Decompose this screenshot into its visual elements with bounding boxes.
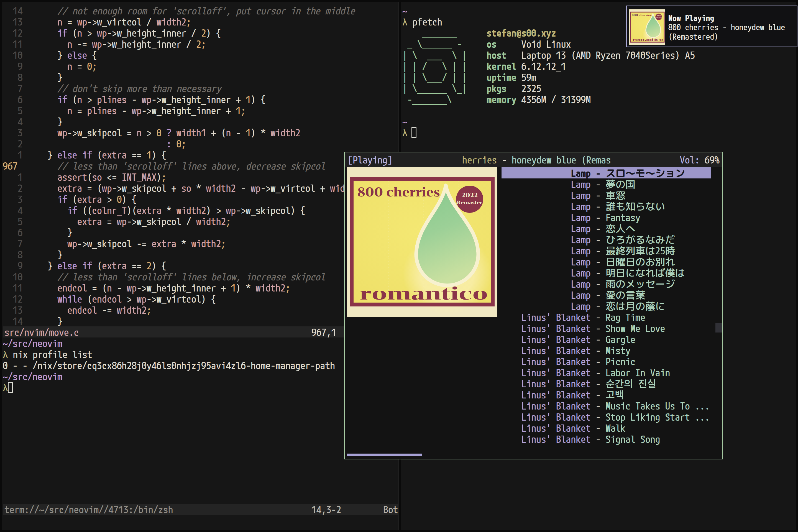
token-id: width2 [117, 304, 147, 316]
shell-line[interactable]: _ \______ - os Void Linux [402, 38, 571, 49]
code-line[interactable]: 14 } [3, 315, 62, 326]
playlist-title: 恋人へ [606, 223, 635, 234]
code-line[interactable]: 14 // not enough room for 'scrolloff', p… [3, 5, 355, 16]
playlist-row[interactable]: Linus' Blanket - Signal Song [501, 433, 711, 444]
shell-line[interactable]: ~/src/neovim [3, 371, 62, 382]
token-num: 1 [246, 126, 251, 138]
playlist-row[interactable]: Linus' Blanket - 고백 [501, 389, 711, 400]
code-line[interactable]: 4 if ((colnr_T)(extra * width2) > wp->w_… [3, 205, 305, 215]
shell-line[interactable]: | | \___/ | | uptime 59m [402, 72, 536, 82]
token-fg: > [82, 26, 97, 39]
token-fg [77, 149, 82, 161]
playlist-separator: - [591, 422, 606, 433]
player-progress-bar[interactable] [347, 454, 422, 456]
code-line[interactable]: 7 // don't skip more than necessary [3, 82, 221, 94]
playlist-row[interactable]: Lamp - 誰も知らない [501, 201, 711, 212]
code-line[interactable]: 1 } else if (extra == 1) { [3, 149, 167, 160]
code-line[interactable]: 5 n = plines - wp->w_height_inner + 1; [3, 105, 246, 116]
playlist-row[interactable]: Linus' Blanket - Labor In Vain [501, 367, 711, 378]
playlist-separator: - [591, 167, 606, 178]
code-line[interactable]: 12 if (n > wp->w_height_inner / 2) { [3, 27, 221, 38]
playlist-artist: Linus' Blanket [501, 378, 591, 389]
code-line[interactable]: 7 wp->w_skipcol -= extra * width2; [3, 238, 226, 249]
token-ln: 12 [3, 26, 28, 39]
token-fg: ->w_height_inner + [141, 104, 236, 116]
code-line[interactable]: 9 } else if (extra == 2) { [3, 260, 167, 271]
token-fg: ->w_height_inner + [152, 93, 246, 105]
terminal-window-neovim[interactable]: 14 // not enough room for 'scrolloff', p… [2, 2, 399, 530]
music-player-window[interactable]: [Playing] herries - honeydew blue (Remas… [344, 152, 723, 459]
shell-line[interactable]: λ nix profile list [3, 348, 92, 360]
code-line[interactable]: 12 while (endcol > wp->w_virtcol) { [3, 293, 216, 304]
token-mauve: ~ [402, 4, 407, 17]
code-line[interactable]: 11 endcol = (n - wp->w_height_inner + 1)… [3, 282, 290, 293]
playlist-scrollbar-thumb[interactable] [716, 323, 722, 332]
code-line[interactable]: 6 if (n > plines - wp->w_height_inner + … [3, 94, 266, 105]
playlist-row[interactable]: Lamp - 雨のメッセージ [501, 278, 711, 289]
token-greenb: memory [487, 93, 516, 105]
token-num: 0 [117, 193, 122, 205]
code-line[interactable]: 13 n = wp->w_virtcol / width2; [3, 16, 191, 27]
playlist-row[interactable]: Lamp - Fantasy [501, 212, 711, 223]
code-line[interactable]: 8 } [3, 249, 62, 260]
shell-line[interactable]: | \ ___ \ | host Laptop 13 (AMD Ryzen 70… [402, 49, 695, 60]
code-line[interactable]: 10 } else { [3, 49, 97, 60]
shell-line[interactable]: ~ [402, 116, 407, 127]
playlist-row[interactable]: Linus' Blanket - Show Me Love [501, 323, 711, 334]
playlist-row[interactable]: Lamp - 愛の言葉 [501, 289, 711, 300]
code-line[interactable]: 967 // less than 'scrolloff' lines above… [3, 160, 325, 171]
shell-line[interactable]: ~ [402, 5, 407, 16]
playlist-row[interactable]: Lamp - 夢の国 [501, 178, 711, 190]
token-greenb: uptime [487, 71, 516, 83]
token-fg: == [127, 259, 147, 271]
code-line[interactable]: 2 extra = (wp->w_skipcol + so * width2 -… [3, 182, 399, 193]
shell-line[interactable]: ~/src/neovim [3, 338, 62, 348]
token-id: wp [67, 237, 77, 249]
playlist-row-selected[interactable]: Lamp - スロ〜モ〜ション [501, 167, 711, 178]
code-line[interactable]: 10 // less than 'scrolloff' lines below,… [3, 271, 325, 282]
shell-line[interactable]: | | / \ | | kernel 6.12.12_1 [402, 60, 566, 72]
code-line[interactable]: 8 } [3, 72, 62, 82]
token-kw: : [167, 137, 172, 150]
playlist-row[interactable]: Linus' Blanket - 순간의 진실 [501, 378, 711, 389]
playlist-row[interactable]: Linus' Blanket - Music Takes Us To ... [501, 400, 711, 411]
shell-line[interactable]: λ pfetch [402, 16, 442, 27]
playlist-row[interactable]: Lamp - 最終列車は25時 [501, 245, 711, 256]
code-line[interactable]: 2 : 0; [3, 138, 186, 149]
playlist-row[interactable]: Lamp - 明日になれば僕は [501, 267, 711, 278]
playlist-row[interactable]: Lamp - 車窓 [501, 190, 711, 201]
playlist-row[interactable]: Linus' Blanket - Walk [501, 422, 711, 433]
playlist-artist: Lamp [501, 245, 591, 256]
shell-line[interactable]: λ [3, 382, 8, 393]
player-playlist[interactable]: Lamp - スロ〜モ〜ションLamp - 夢の国Lamp - 車窓Lamp -… [501, 167, 711, 445]
shell-line[interactable]: 0 - - /nix/store/cq3cx86h28j0y46ls0nhjzj… [3, 360, 335, 371]
token-fg: } [28, 315, 62, 327]
code-line[interactable]: 13 endcol -= width2; [3, 304, 152, 315]
code-line[interactable]: 3 if (extra > 0) { [3, 193, 137, 205]
token-fg [28, 292, 57, 305]
playlist-row[interactable]: Lamp - 恋は月の蔭に [501, 300, 711, 311]
code-line[interactable]: 5 extra = wp->w_skipcol / width2; [3, 215, 231, 227]
shell-line[interactable]: _______ stefan@s00.xyz [402, 27, 556, 38]
playlist-row[interactable]: Lamp - 恋人へ [501, 223, 711, 234]
playlist-row[interactable]: Linus' Blanket - Gargle [501, 334, 711, 345]
playlist-row[interactable]: Lamp - 日曜日のお別れ [501, 256, 711, 267]
code-line[interactable]: 9 n = 0; [3, 60, 97, 72]
shell-line[interactable]: λ [402, 127, 407, 138]
playlist-row[interactable]: Linus' Blanket - Stop Liking Start ... [501, 411, 711, 422]
code-line[interactable]: 4 } [3, 116, 62, 127]
code-line[interactable]: 11 n -= wp->w_height_inner / 2; [3, 38, 206, 49]
notification-toast[interactable]: 800 cherries 2022 Remaster romantico Now… [626, 5, 797, 47]
shell-line[interactable]: -_______\ memory 4356M / 31399M [402, 94, 591, 105]
playlist-row[interactable]: Linus' Blanket - Rag Time [501, 311, 711, 323]
token-id: extra [152, 237, 176, 249]
code-line[interactable]: 3 wp->w_skipcol = n > 0 ? width1 + (n - … [3, 127, 300, 138]
code-line[interactable]: 1 assert(so <= INT_MAX); [3, 171, 167, 182]
playlist-row[interactable]: Linus' Blanket - Picnic [501, 356, 711, 367]
shell-line[interactable]: | \______ \_| pkgs 2325 [402, 82, 541, 94]
code-line[interactable]: 6 } [3, 227, 72, 238]
playlist-row[interactable]: Linus' Blanket - Misty [501, 345, 711, 356]
playlist-row[interactable]: Lamp - ひろがるなみだ [501, 234, 711, 245]
token-fg: > [102, 193, 117, 205]
playlist-title: ひろがるなみだ [606, 234, 675, 245]
